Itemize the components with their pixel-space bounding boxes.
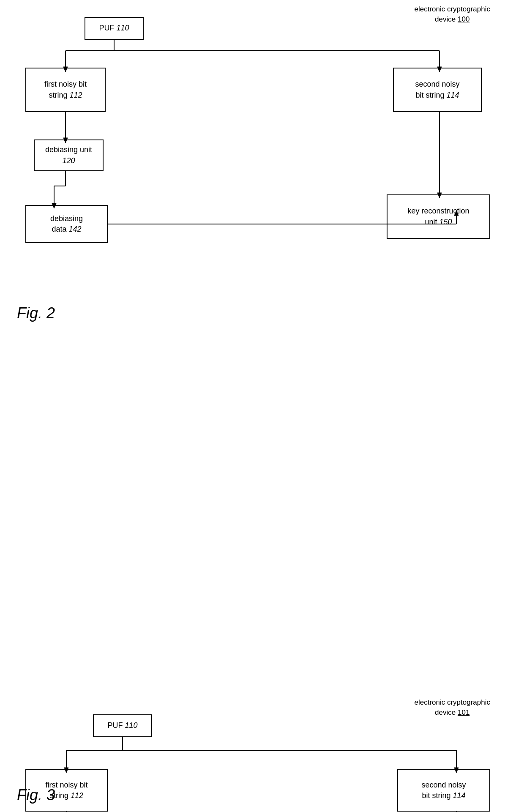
- fig3-label: Fig. 3: [17, 786, 55, 804]
- fig3-second-noisy-label: second noisybit string 114: [421, 780, 466, 801]
- fig2-device-label: electronic cryptographic device 100: [414, 4, 490, 25]
- fig2-debiasing-unit-number: 120: [62, 156, 75, 165]
- fig3-second-noisy-number: 114: [453, 791, 465, 800]
- fig2-debiasing-unit-label: debiasing unit120: [45, 145, 92, 166]
- fig3-first-noisy-number: 112: [71, 791, 83, 800]
- fig2-key-recon-number: 150: [439, 218, 452, 226]
- fig2-debiasing-data-number: 142: [69, 225, 82, 233]
- fig2-first-noisy-label: first noisy bitstring 112: [44, 79, 87, 100]
- fig2-key-recon-label: key reconstructionunit 150: [407, 206, 469, 227]
- fig3-puf-label: PUF: [107, 721, 123, 730]
- fig2-debiasing-data-label: debiasingdata 142: [50, 213, 83, 235]
- fig2-puf-box: PUF 110: [85, 17, 144, 40]
- fig2-arrows: [0, 0, 524, 347]
- fig2-debiasing-unit-box: debiasing unit120: [34, 139, 104, 171]
- fig2-debiasing-data-box: debiasingdata 142: [25, 205, 108, 243]
- fig3-puf-box: PUF 110: [93, 714, 152, 737]
- fig2-first-noisy-number: 112: [69, 91, 82, 99]
- fig2-puf-number: 110: [116, 23, 129, 33]
- fig3-puf-number: 110: [125, 721, 137, 730]
- fig3-second-noisy-box: second noisybit string 114: [397, 769, 490, 812]
- fig2-puf-label: PUF: [99, 23, 114, 33]
- fig2-first-noisy-box: first noisy bitstring 112: [25, 68, 106, 112]
- fig2-device-number: 100: [458, 15, 469, 23]
- fig2-key-recon-box: key reconstructionunit 150: [387, 194, 490, 239]
- fig2-second-noisy-label: second noisybit string 114: [415, 79, 459, 100]
- fig2-second-noisy-box: second noisybit string 114: [393, 68, 482, 112]
- fig2-label: Fig. 2: [17, 304, 55, 322]
- fig2-second-noisy-number: 114: [446, 91, 459, 99]
- fig3-device-number: 101: [458, 708, 469, 716]
- fig3-device-label: electronic cryptographic device 101: [414, 697, 490, 718]
